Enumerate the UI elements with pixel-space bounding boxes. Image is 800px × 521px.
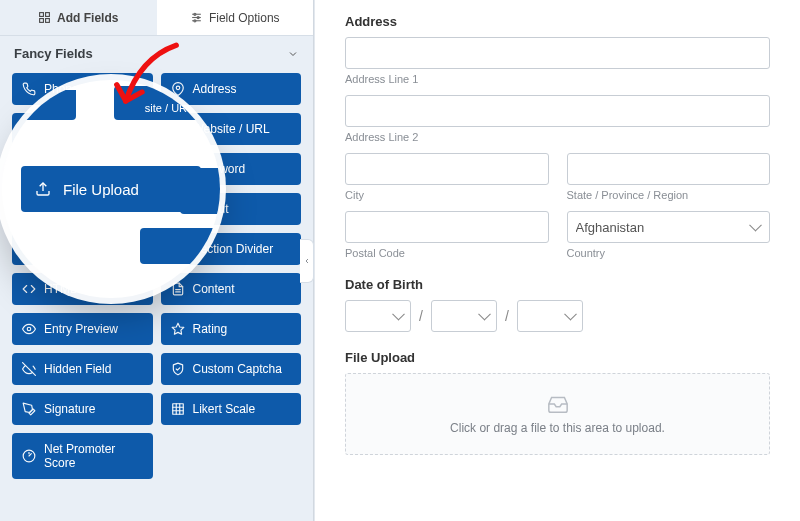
address-line1-input[interactable] [345, 37, 770, 69]
address-postal-sublabel: Postal Code [345, 247, 549, 259]
field-hidden-field[interactable]: Hidden Field [12, 353, 153, 385]
address-city-input[interactable] [345, 153, 549, 185]
address-line1-sublabel: Address Line 1 [345, 73, 770, 85]
svg-rect-0 [40, 13, 44, 17]
dob-month-select[interactable] [345, 300, 411, 332]
eye-off-icon [22, 362, 36, 376]
file-text-icon [171, 282, 185, 296]
dob-sep-1: / [419, 308, 423, 324]
address-line2-sublabel: Address Line 2 [345, 131, 770, 143]
svg-rect-31 [172, 404, 183, 415]
field-content-label: Content [193, 282, 235, 296]
phone-icon [22, 82, 36, 96]
star-icon [171, 322, 185, 336]
magnified-file-upload-field[interactable]: File Upload [21, 166, 201, 212]
field-nps[interactable]: Net Promoter Score [12, 433, 153, 479]
field-signature[interactable]: Signature [12, 393, 153, 425]
field-signature-label: Signature [44, 402, 95, 416]
address-label: Address [345, 14, 770, 29]
svg-point-28 [27, 327, 31, 331]
address-state-input[interactable] [567, 153, 771, 185]
field-rating-label: Rating [193, 322, 228, 336]
svg-point-10 [176, 86, 180, 90]
address-line2-input[interactable] [345, 95, 770, 127]
chevron-left-icon [303, 257, 311, 265]
field-custom-captcha-label: Custom Captcha [193, 362, 282, 376]
address-city-sublabel: City [345, 189, 549, 201]
svg-rect-3 [46, 19, 50, 23]
collapse-sidebar-handle[interactable] [300, 239, 314, 283]
field-hidden-field-label: Hidden Field [44, 362, 111, 376]
preview-address-field: Address Address Line 1 Address Line 2 Ci… [345, 14, 770, 259]
field-entry-preview[interactable]: Entry Preview [12, 313, 153, 345]
address-postal-input[interactable] [345, 211, 549, 243]
field-likert-scale-label: Likert Scale [193, 402, 256, 416]
dob-year-select[interactable] [517, 300, 583, 332]
file-upload-hint: Click or drag a file to this area to upl… [450, 421, 665, 435]
inbox-icon [547, 393, 569, 415]
field-address[interactable]: Address [161, 73, 302, 105]
preview-dob-field: Date of Birth / / [345, 277, 770, 332]
sidebar-tabs: Add Fields Field Options [0, 0, 313, 36]
magnified-file-upload-label: File Upload [63, 181, 139, 198]
dob-day-select[interactable] [431, 300, 497, 332]
pen-icon [22, 402, 36, 416]
gauge-icon [22, 449, 36, 463]
upload-icon [35, 181, 51, 197]
group-fancy-fields[interactable]: Fancy Fields [0, 36, 313, 69]
form-preview: Address Address Line 1 Address Line 2 Ci… [314, 0, 800, 521]
map-pin-icon [171, 82, 185, 96]
address-country-sublabel: Country [567, 247, 771, 259]
grid-icon [171, 402, 185, 416]
field-rating[interactable]: Rating [161, 313, 302, 345]
svg-rect-1 [46, 13, 50, 17]
field-likert-scale[interactable]: Likert Scale [161, 393, 302, 425]
magnifier-annotation: site / URL File Upload [2, 80, 220, 298]
address-country-select[interactable]: Afghanistan [567, 211, 771, 243]
chevron-down-icon [287, 48, 299, 60]
address-state-sublabel: State / Province / Region [567, 189, 771, 201]
tab-field-options-label: Field Options [209, 11, 280, 25]
preview-file-upload-field: File Upload Click or drag a file to this… [345, 350, 770, 455]
field-content[interactable]: Content [161, 273, 302, 305]
dob-sep-2: / [505, 308, 509, 324]
tab-field-options[interactable]: Field Options [157, 0, 314, 35]
tab-add-fields[interactable]: Add Fields [0, 0, 157, 35]
shield-check-icon [171, 362, 185, 376]
tab-add-fields-label: Add Fields [57, 11, 118, 25]
file-upload-label: File Upload [345, 350, 770, 365]
field-custom-captcha[interactable]: Custom Captcha [161, 353, 302, 385]
grid-plus-icon [38, 11, 51, 24]
svg-rect-2 [40, 19, 44, 23]
dob-label: Date of Birth [345, 277, 770, 292]
file-upload-dropzone[interactable]: Click or drag a file to this area to upl… [345, 373, 770, 455]
field-address-label: Address [193, 82, 237, 96]
code-icon [22, 282, 36, 296]
svg-marker-29 [172, 323, 184, 334]
field-entry-preview-label: Entry Preview [44, 322, 118, 336]
group-title: Fancy Fields [14, 46, 93, 61]
sliders-icon [190, 11, 203, 24]
field-nps-label: Net Promoter Score [44, 442, 143, 470]
eye-icon [22, 322, 36, 336]
